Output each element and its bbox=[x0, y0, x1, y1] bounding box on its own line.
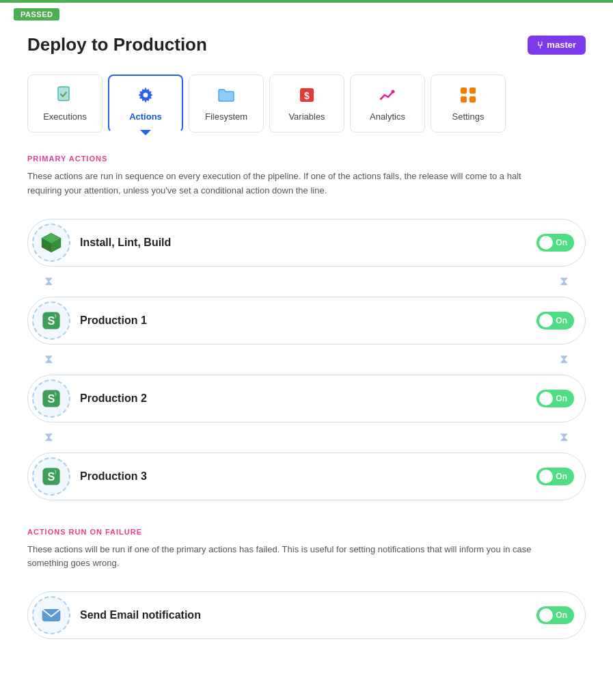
primary-actions-label: PRIMARY ACTIONS bbox=[27, 154, 586, 163]
action-name: Production 2 bbox=[80, 392, 527, 405]
analytics-icon bbox=[378, 85, 397, 107]
tab-bar: Executions Actions Filesystem bbox=[27, 75, 586, 133]
svg-rect-7 bbox=[469, 88, 476, 94]
toggle-circle bbox=[539, 608, 553, 622]
action-icon-wrapper: S bbox=[32, 379, 70, 418]
svg-point-2 bbox=[144, 93, 148, 98]
toggle-on[interactable]: On bbox=[536, 234, 574, 252]
hourglass-icon: ⧗ bbox=[560, 430, 569, 444]
svg-text:S: S bbox=[48, 470, 55, 483]
failure-actions-section: ACTIONS RUN ON FAILURE These actions wil… bbox=[27, 528, 586, 640]
email-icon bbox=[40, 604, 62, 626]
settings-icon bbox=[459, 85, 478, 107]
svg-text:S: S bbox=[48, 314, 55, 327]
tab-executions[interactable]: Executions bbox=[27, 75, 103, 133]
toggle-on[interactable]: On bbox=[536, 312, 574, 329]
branch-icon: ⑂ bbox=[537, 40, 543, 51]
hourglass-icon: ⧗ bbox=[44, 430, 53, 444]
tab-variables[interactable]: $ Variables bbox=[269, 75, 344, 133]
primary-actions-description: These actions are run in sequence on eve… bbox=[27, 170, 547, 198]
svg-text:S: S bbox=[48, 392, 55, 405]
action-icon-wrapper bbox=[32, 224, 70, 262]
page-header: Deploy to Production ⑂ master bbox=[27, 34, 586, 55]
tab-analytics-label: Analytics bbox=[370, 111, 405, 122]
hourglass-icon: ⧗ bbox=[44, 352, 53, 366]
tab-variables-label: Variables bbox=[288, 111, 325, 122]
hourglass-icon: ⧗ bbox=[44, 274, 53, 288]
action-row[interactable]: Send Email notification On bbox=[27, 591, 586, 639]
action-icon-wrapper: S bbox=[32, 457, 70, 496]
shopify-icon: S bbox=[39, 464, 64, 489]
svg-point-5 bbox=[392, 90, 395, 94]
toggle-label: On bbox=[556, 472, 567, 481]
actions-icon bbox=[136, 85, 155, 107]
failure-actions-description: These actions will be run if one of the … bbox=[27, 543, 547, 571]
action-connector: ⧗ ⧗ bbox=[27, 345, 586, 375]
svg-text:$: $ bbox=[304, 90, 310, 101]
executions-icon bbox=[55, 85, 74, 107]
action-name: Send Email notification bbox=[80, 609, 527, 621]
tab-settings-label: Settings bbox=[452, 111, 485, 122]
toggle-circle bbox=[539, 470, 553, 483]
toggle-on[interactable]: On bbox=[536, 606, 574, 624]
hourglass-icon: ⧗ bbox=[560, 274, 569, 288]
action-row[interactable]: S Production 1 On bbox=[27, 297, 586, 345]
svg-rect-9 bbox=[469, 96, 476, 103]
passed-badge: PASSED bbox=[14, 8, 59, 21]
action-row[interactable]: S Production 2 On bbox=[27, 375, 586, 422]
shopify-icon: S bbox=[39, 386, 64, 411]
primary-actions-section: PRIMARY ACTIONS These actions are run in… bbox=[27, 154, 586, 500]
toggle-label: On bbox=[556, 394, 567, 403]
action-row[interactable]: S Production 3 On bbox=[27, 453, 586, 500]
failure-actions-label: ACTIONS RUN ON FAILURE bbox=[27, 528, 586, 536]
toggle-label: On bbox=[556, 610, 567, 620]
tab-executions-label: Executions bbox=[43, 111, 87, 122]
svg-rect-0 bbox=[58, 87, 69, 100]
action-name: Production 3 bbox=[80, 470, 527, 483]
toggle-label: On bbox=[556, 316, 567, 325]
tab-actions[interactable]: Actions bbox=[108, 75, 183, 133]
action-icon-wrapper bbox=[32, 596, 70, 634]
action-connector: ⧗ ⧗ bbox=[27, 267, 586, 297]
shopify-icon: S bbox=[39, 308, 64, 333]
variables-icon: $ bbox=[297, 85, 316, 107]
filesystem-icon bbox=[217, 85, 236, 107]
svg-rect-6 bbox=[461, 88, 467, 94]
page-title: Deploy to Production bbox=[27, 34, 207, 55]
svg-rect-8 bbox=[461, 96, 467, 103]
tab-actions-label: Actions bbox=[129, 111, 162, 122]
master-label: master bbox=[547, 40, 576, 50]
toggle-circle bbox=[539, 392, 553, 405]
cube-icon bbox=[39, 230, 64, 255]
primary-action-list: Install, Lint, Build On ⧗ ⧗ S bbox=[27, 219, 586, 500]
hourglass-icon: ⧗ bbox=[560, 352, 569, 366]
action-name: Production 1 bbox=[80, 314, 527, 327]
tab-filesystem-label: Filesystem bbox=[205, 111, 247, 122]
action-connector: ⧗ ⧗ bbox=[27, 422, 586, 453]
failure-action-list: Send Email notification On bbox=[27, 591, 586, 639]
tab-analytics[interactable]: Analytics bbox=[350, 75, 425, 133]
master-badge[interactable]: ⑂ master bbox=[528, 36, 586, 55]
tab-settings[interactable]: Settings bbox=[431, 75, 506, 133]
toggle-label: On bbox=[556, 238, 567, 247]
toggle-circle bbox=[539, 314, 553, 327]
action-icon-wrapper: S bbox=[32, 301, 70, 340]
toggle-circle bbox=[539, 236, 553, 250]
top-progress-bar bbox=[0, 0, 613, 3]
action-row[interactable]: Install, Lint, Build On bbox=[27, 219, 586, 267]
tab-filesystem[interactable]: Filesystem bbox=[189, 75, 264, 133]
toggle-on[interactable]: On bbox=[536, 390, 574, 407]
action-name: Install, Lint, Build bbox=[80, 237, 527, 249]
toggle-on[interactable]: On bbox=[536, 468, 574, 485]
